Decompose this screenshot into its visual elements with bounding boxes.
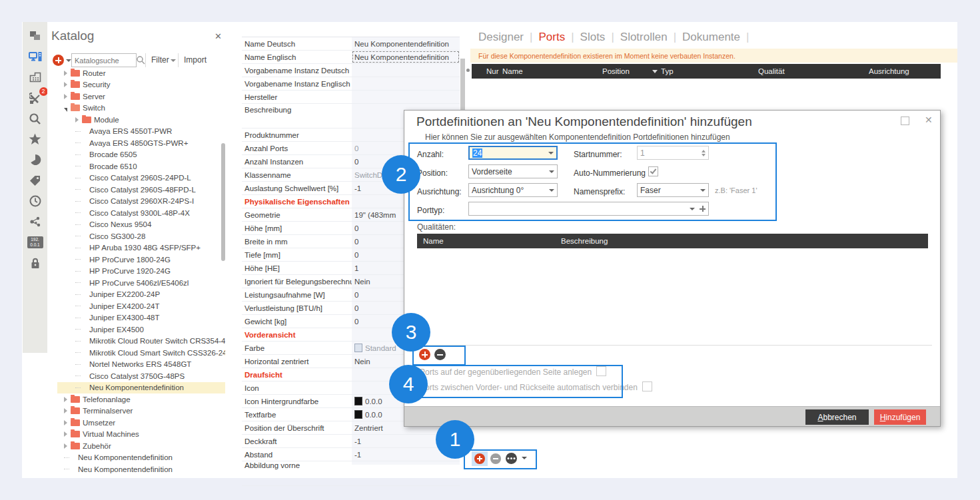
expander-icon[interactable] [64, 93, 71, 101]
property-value[interactable]: Neu Komponentendefinition [352, 37, 460, 50]
chevron-down-icon[interactable] [549, 189, 554, 192]
devices-icon[interactable] [27, 49, 44, 64]
auto-connect-checkbox[interactable] [642, 381, 652, 391]
tab[interactable]: Slotrollen [620, 31, 682, 43]
autonummerierung-checkbox[interactable] [648, 166, 658, 176]
position-combobox[interactable]: Vorderseite [468, 164, 558, 178]
tree-item[interactable]: Telefonanlage [57, 393, 225, 405]
qual-name-column[interactable]: Name [417, 237, 561, 245]
opposite-side-checkbox[interactable] [596, 366, 606, 376]
tree-item[interactable]: Avaya ERS 4850GTS-PWR+ [57, 137, 225, 149]
expander-icon[interactable] [64, 419, 71, 427]
tree-item[interactable]: Juniper EX4500 [57, 324, 225, 336]
tree-scrollbar[interactable] [221, 143, 225, 261]
filter-button[interactable]: Filter [151, 55, 169, 65]
startnummer-stepper[interactable]: 1 [637, 146, 709, 160]
more-actions-button[interactable] [506, 453, 517, 464]
chevron-down-icon[interactable] [549, 170, 554, 173]
tree-item[interactable]: Cisco Catalyst 2960XR-24PS-I [57, 196, 225, 208]
favorites-star-icon[interactable] [27, 132, 44, 146]
filter-caret-icon[interactable] [171, 59, 176, 62]
expander-icon[interactable] [64, 407, 71, 415]
tree-item[interactable]: Virtual Machines [57, 429, 225, 441]
tree-item[interactable]: Router [57, 67, 225, 79]
tag-icon[interactable] [27, 173, 44, 188]
tree-item[interactable]: Juniper EX2200-24P [57, 289, 225, 301]
cancel-button[interactable]: Abbrechen [805, 409, 869, 425]
import-button[interactable]: Import [184, 55, 207, 65]
property-value[interactable] [352, 64, 460, 77]
catalog-search-input[interactable] [71, 53, 137, 67]
property-row[interactable]: Vorgabename Instanz Deutsch [242, 64, 460, 77]
maximize-icon[interactable] [901, 117, 909, 125]
tree-item[interactable]: Cisco Catalyst 2960S-48FPD-L [57, 184, 225, 196]
tools-icon[interactable]: 2 [27, 91, 44, 105]
expander-icon[interactable] [64, 430, 71, 438]
remove-quality-button[interactable] [434, 349, 446, 360]
anzahl-combobox[interactable]: 24 [468, 146, 558, 160]
tree-item[interactable]: Mikrotik Cloud Smart Switch CSS326-24G-2 [57, 347, 225, 359]
property-row[interactable]: Abstand -1 [242, 448, 460, 461]
tree-item[interactable]: Switch [57, 103, 225, 115]
tab[interactable]: Dokumente [682, 31, 755, 43]
expander-icon[interactable] [64, 81, 71, 89]
tree-item[interactable]: Mikrotik Cloud Router Switch CRS354-48P- [57, 336, 225, 348]
chevron-down-icon[interactable] [548, 152, 554, 154]
components-icon[interactable] [27, 29, 44, 43]
close-icon[interactable]: ✕ [215, 31, 222, 41]
tree-item[interactable]: Juniper EX4300-48T [57, 312, 225, 324]
search-icon[interactable] [27, 111, 44, 126]
property-row[interactable]: Vorgabename Instanz Englisch [242, 77, 460, 91]
property-row[interactable]: Abbildung vorne [242, 461, 460, 486]
ports-column-header[interactable]: Qualität [758, 67, 869, 75]
tree-item[interactable]: Cisco Catalyst 2960S-24PD-L [57, 172, 225, 184]
expander-icon[interactable] [64, 442, 71, 450]
namensprefix-combobox[interactable]: Faser [637, 183, 709, 197]
property-value[interactable] [352, 91, 460, 103]
search-icon-small[interactable] [136, 55, 145, 67]
property-value[interactable]: Neu Komponentendefinition [352, 51, 460, 63]
add-quality-button[interactable] [419, 349, 430, 360]
property-row[interactable]: Name Deutsch Neu Komponentendefinition [242, 37, 460, 51]
topology-icon[interactable] [27, 214, 44, 229]
ports-column-header[interactable]: Position [602, 67, 661, 75]
add-port-button[interactable] [474, 453, 485, 464]
tree-item[interactable]: Terminalserver [57, 405, 225, 417]
ausrichtung-combobox[interactable]: Ausrichtung 0° [468, 183, 558, 197]
close-icon[interactable]: ✕ [925, 115, 933, 125]
tab[interactable]: Slots [580, 31, 620, 43]
tree-item[interactable]: Neu Komponentendefinition [57, 463, 225, 475]
ports-column-header[interactable]: Ausrichtung [869, 67, 941, 75]
expander-icon[interactable] [64, 395, 71, 403]
chevron-down-icon[interactable] [690, 208, 695, 210]
history-clock-icon[interactable] [27, 194, 44, 208]
tab[interactable]: Designer [478, 31, 538, 43]
tree-item[interactable]: Brocade 6510 [57, 160, 225, 172]
lock-icon[interactable] [27, 256, 44, 270]
expander-icon[interactable] [75, 116, 82, 124]
expander-icon[interactable] [64, 69, 71, 77]
expander-icon[interactable] [64, 104, 71, 112]
property-row[interactable]: Hersteller [242, 91, 460, 104]
spinner-icons[interactable] [702, 150, 706, 156]
tree-item[interactable]: Cisco Catalyst 9300L-48P-4X [57, 207, 225, 219]
tree-item[interactable]: Cisco SG300-28 [57, 230, 225, 242]
tree-item[interactable]: Avaya ERS 4550T-PWR [57, 126, 225, 138]
tree-item[interactable]: Module [57, 114, 225, 126]
more-actions-caret-icon[interactable] [522, 457, 527, 459]
ports-column-header[interactable]: Nur [472, 67, 502, 75]
add-dropdown-caret-icon[interactable] [66, 59, 71, 62]
tree-item[interactable]: HP ProCurve 1800-24G [57, 254, 225, 266]
remove-port-button[interactable] [490, 453, 501, 464]
tree-item[interactable]: Cisco Nexus 9504 [57, 219, 225, 231]
tree-item[interactable]: Server [57, 91, 225, 103]
chevron-down-icon[interactable] [700, 189, 706, 192]
tree-item[interactable]: Umsetzer [57, 417, 225, 429]
tree-item[interactable]: Security [57, 79, 225, 91]
tab[interactable]: Ports [538, 31, 580, 43]
tree-item[interactable]: HP ProCurve 5406zl/E5406zl [57, 277, 225, 289]
add-porttyp-icon[interactable] [700, 206, 706, 212]
property-value[interactable] [352, 461, 460, 485]
rack-icon[interactable] [27, 70, 44, 85]
tree-item[interactable]: Nortel Networks ERS 4548GT [57, 359, 225, 371]
